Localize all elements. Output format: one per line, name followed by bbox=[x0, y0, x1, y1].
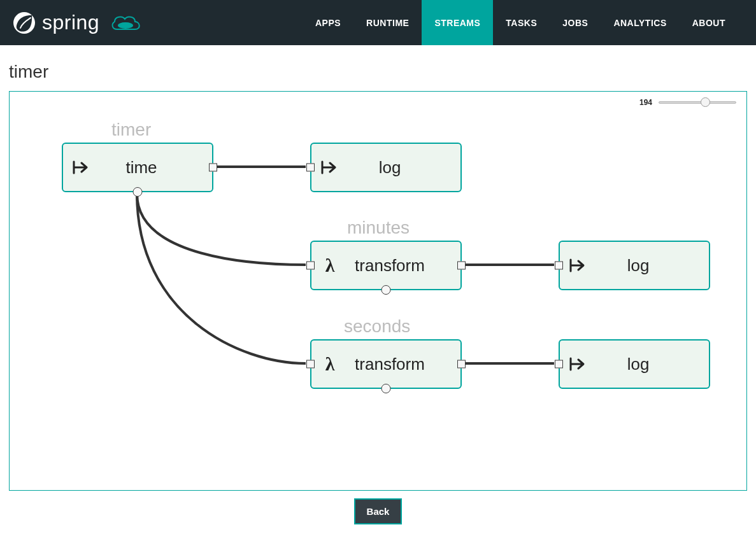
node-log-seconds[interactable]: log bbox=[559, 339, 710, 389]
stream-label-minutes: minutes bbox=[347, 218, 410, 238]
stream-canvas[interactable]: 194 timer minutes seconds bbox=[9, 91, 747, 491]
nav-tab-analytics[interactable]: ANALYTICS bbox=[601, 0, 679, 45]
node-transform-minutes[interactable]: λ transform bbox=[310, 241, 462, 290]
node-log-timer[interactable]: log bbox=[310, 143, 462, 192]
input-port[interactable] bbox=[555, 360, 563, 369]
node-log-minutes[interactable]: log bbox=[559, 241, 710, 290]
nav-tab-apps[interactable]: APPS bbox=[303, 0, 353, 45]
nav-tab-tasks[interactable]: TASKS bbox=[493, 0, 550, 45]
input-port[interactable] bbox=[555, 262, 563, 270]
source-arrow-icon bbox=[71, 160, 92, 174]
brand-text: spring bbox=[42, 11, 99, 34]
svg-point-1 bbox=[118, 22, 133, 29]
stream-label-seconds: seconds bbox=[344, 316, 410, 337]
node-time[interactable]: time bbox=[62, 143, 213, 192]
sink-arrow-icon bbox=[567, 357, 589, 371]
diagram-layer: timer minutes seconds time log λ transfo… bbox=[10, 92, 746, 490]
nav-tabs: APPS RUNTIME STREAMS TASKS JOBS ANALYTIC… bbox=[303, 0, 738, 45]
output-port[interactable] bbox=[457, 262, 466, 270]
tap-port[interactable] bbox=[382, 384, 391, 393]
node-log-m-label: log bbox=[589, 256, 709, 276]
navbar: spring APPS RUNTIME STREAMS TASKS JOBS A… bbox=[0, 0, 756, 45]
nav-tab-jobs[interactable]: JOBS bbox=[550, 0, 601, 45]
node-time-label: time bbox=[92, 158, 212, 178]
nav-tab-streams[interactable]: STREAMS bbox=[422, 0, 493, 45]
node-log1-label: log bbox=[341, 158, 460, 178]
page-title: timer bbox=[0, 45, 756, 91]
output-port[interactable] bbox=[209, 164, 217, 172]
cloud-dataflow-icon bbox=[108, 13, 144, 33]
input-port[interactable] bbox=[306, 360, 315, 369]
spring-leaf-icon bbox=[13, 11, 36, 34]
tap-port[interactable] bbox=[133, 187, 143, 197]
node-transform-s-label: transform bbox=[341, 355, 460, 374]
lambda-icon: λ bbox=[319, 353, 341, 375]
output-port[interactable] bbox=[457, 360, 466, 369]
sink-arrow-icon bbox=[319, 160, 341, 174]
input-port[interactable] bbox=[306, 164, 315, 172]
brand: spring bbox=[13, 11, 144, 34]
node-log-s-label: log bbox=[589, 355, 709, 374]
sink-arrow-icon bbox=[567, 258, 589, 272]
node-transform-m-label: transform bbox=[341, 256, 460, 276]
input-port[interactable] bbox=[306, 262, 315, 270]
tap-port[interactable] bbox=[382, 285, 391, 295]
node-transform-seconds[interactable]: λ transform bbox=[310, 339, 462, 389]
back-button[interactable]: Back bbox=[354, 498, 403, 524]
nav-tab-runtime[interactable]: RUNTIME bbox=[353, 0, 422, 45]
lambda-icon: λ bbox=[319, 255, 341, 276]
nav-tab-about[interactable]: ABOUT bbox=[680, 0, 738, 45]
footer-actions: Back bbox=[0, 498, 756, 524]
stream-label-timer: timer bbox=[111, 120, 151, 140]
